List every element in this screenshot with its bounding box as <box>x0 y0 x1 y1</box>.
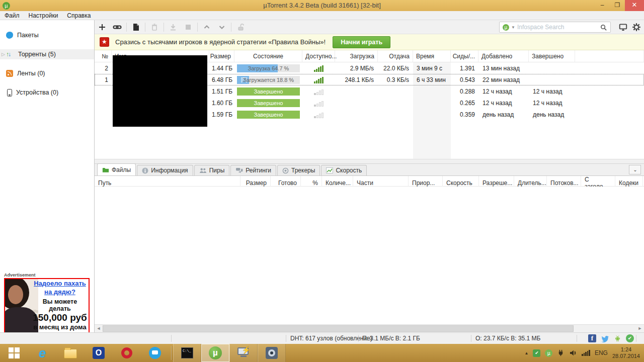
column-header[interactable]: Загрузка <box>335 50 378 62</box>
completed-time: день назад <box>529 111 575 118</box>
twitter-icon[interactable] <box>601 335 609 342</box>
search-input[interactable] <box>517 24 598 31</box>
tray-antivirus-icon[interactable]: ✔ <box>533 349 540 357</box>
add-link-button[interactable] <box>110 21 125 33</box>
start-button[interactable] <box>166 21 181 33</box>
torrent-status: Завершено <box>237 87 300 96</box>
network-signal-icon[interactable] <box>582 350 590 356</box>
horizontal-scrollbar[interactable]: ◄ ► <box>95 324 644 332</box>
taskbar-item-cmd[interactable]: C:\_ <box>173 344 201 362</box>
torrent-number: 2 <box>95 65 112 72</box>
taskbar-item-explorer[interactable] <box>56 344 85 362</box>
language-indicator[interactable]: ENG <box>595 349 608 356</box>
search-engine-icon[interactable]: µ <box>503 24 509 31</box>
taskbar-item-internet-explorer[interactable]: e <box>28 344 56 362</box>
column-header[interactable]: Время <box>413 50 451 62</box>
progress-bar: Завершено <box>237 111 300 119</box>
promo-play-button[interactable]: Начни играть <box>333 36 390 48</box>
torrent-status: Загрузка 64.7 % <box>237 64 300 72</box>
taskbar-item-network-tool[interactable]: ⚡ <box>229 344 258 362</box>
seeds-ratio: 0.359 <box>451 111 478 118</box>
remote-devices-icon[interactable] <box>618 23 628 32</box>
scroll-left-arrow[interactable]: ◄ <box>95 325 103 332</box>
taskbar-item-media-player[interactable] <box>258 344 286 362</box>
column-header[interactable]: Сиды/... <box>451 50 478 62</box>
start-button[interactable] <box>0 344 28 362</box>
taskbar-item-opera-next[interactable]: O <box>85 344 113 362</box>
chevron-down-icon <box>218 23 226 31</box>
scrollbar-thumb[interactable] <box>103 325 574 332</box>
sidebar-item-label: Ленты (0) <box>17 70 45 77</box>
move-up-button[interactable] <box>199 21 214 33</box>
search-icon[interactable] <box>600 24 607 31</box>
collapse-panel-button[interactable]: ⌄⌄ <box>629 165 641 174</box>
toolbar: µ ▼ <box>95 20 644 34</box>
minimize-button[interactable]: – <box>595 0 610 11</box>
column-header[interactable]: Состояние <box>234 50 302 62</box>
download-icon <box>169 23 177 31</box>
sidebar-item-torrents[interactable]: ▷ ↑↓ Торренты (5) <box>0 49 94 59</box>
ad-amount: 150,000 руб <box>31 312 89 323</box>
files-table-body <box>95 187 644 324</box>
completed-time: 12 ч назад <box>529 100 575 107</box>
app-o-icon: O <box>93 347 105 359</box>
column-header[interactable]: Добавлено <box>478 50 529 62</box>
tab-trackers[interactable]: Трекеры <box>277 165 320 175</box>
torrent-status: Загружается 18.8 % <box>237 76 300 84</box>
taskbar-clock[interactable]: 1:24 28.07.2014 <box>612 346 640 359</box>
scroll-right-arrow[interactable]: ► <box>636 325 644 332</box>
add-torrent-button[interactable] <box>95 21 110 33</box>
column-header[interactable]: Размер <box>209 50 234 62</box>
column-header[interactable]: Завершено <box>529 50 575 62</box>
stop-button[interactable] <box>181 21 196 33</box>
tab-peers[interactable]: Пиры <box>194 165 230 175</box>
tray-expand-icon[interactable]: ▲ <box>525 351 529 355</box>
column-header[interactable]: Отдача <box>378 50 413 62</box>
link-icon <box>113 23 122 31</box>
gear-icon[interactable] <box>632 23 641 32</box>
ad-headline: Надоело пахать <box>31 279 89 288</box>
taskbar-item-utorrent[interactable]: µ <box>201 344 229 362</box>
column-header[interactable]: № <box>95 50 112 62</box>
torrent-size: 1.51 ГБ <box>209 88 234 95</box>
remove-button[interactable] <box>147 21 162 33</box>
added-time: 12 ч назад <box>478 88 529 95</box>
promo-text: Сразись с тысячами игроков в ядерной стр… <box>115 38 326 46</box>
expander-icon[interactable]: ▷ <box>2 52 5 57</box>
sidebar-item-feeds[interactable]: Ленты (0) <box>0 68 94 78</box>
new-file-icon <box>132 23 140 31</box>
upload-speed: 22.0 КБ/s <box>378 65 413 72</box>
volume-icon[interactable] <box>569 349 577 357</box>
menu-help[interactable]: Справка <box>62 12 95 19</box>
column-header[interactable]: Доступно... <box>302 50 335 62</box>
tray-utorrent-icon[interactable]: µ <box>545 349 552 357</box>
android-icon[interactable] <box>614 334 621 342</box>
tab-speed[interactable]: Скорость <box>321 165 367 175</box>
tab-ratings[interactable]: Рейтинги <box>230 165 276 175</box>
pc-lightning-icon: ⚡ <box>237 347 250 358</box>
panel-splitter[interactable] <box>95 159 644 164</box>
tab-info[interactable]: Информация <box>137 165 193 175</box>
menu-settings[interactable]: Настройки <box>24 12 63 19</box>
restore-button[interactable]: ❐ <box>610 0 625 11</box>
facebook-icon[interactable]: f <box>588 334 596 342</box>
sidebar-item-packages[interactable]: Пакеты <box>0 30 94 40</box>
added-time: день назад <box>478 111 529 118</box>
windows-logo-icon <box>9 347 20 358</box>
folder-icon <box>64 349 77 358</box>
status-ok-icon[interactable]: ✔ <box>626 334 634 342</box>
taskbar-item-opera[interactable] <box>113 344 141 362</box>
taskbar-item-messenger[interactable] <box>141 344 169 362</box>
move-down-button[interactable] <box>214 21 229 33</box>
tab-files[interactable]: Файлы <box>97 163 136 175</box>
create-torrent-button[interactable] <box>128 21 143 33</box>
rss-icon <box>6 70 13 77</box>
tray-power-icon[interactable] <box>557 349 565 357</box>
menu-file[interactable]: Файл <box>0 12 24 19</box>
torrent-status: Завершено <box>237 99 300 107</box>
search-dropdown-caret-icon[interactable]: ▼ <box>511 25 515 30</box>
torrent-list: № Имя Размер Состояние Доступно... Загру… <box>95 50 644 159</box>
close-button[interactable]: ✕ <box>625 0 644 11</box>
unlock-button[interactable] <box>233 21 248 33</box>
sidebar-item-devices[interactable]: Устройства (0) <box>0 87 94 98</box>
